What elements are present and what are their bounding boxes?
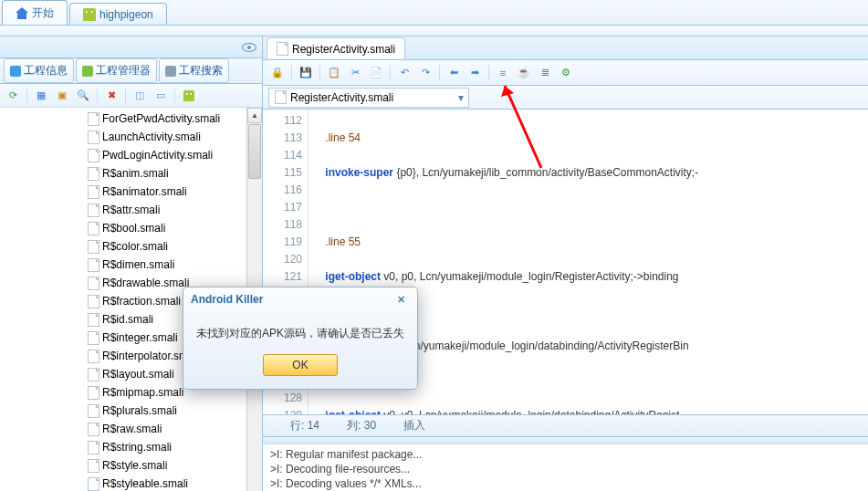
scroll-thumb[interactable]: [248, 124, 261, 179]
separator: [439, 65, 440, 81]
tree-item[interactable]: R$raw.smali: [0, 420, 262, 438]
tab-project-manager-label: 工程管理器: [96, 63, 151, 78]
forward-button[interactable]: ➡: [465, 64, 484, 82]
file-icon: [88, 240, 99, 254]
code-text: {p0}, Lcn/yumakeji/lib_common/activity/B…: [393, 166, 698, 179]
output-line: >I: Decoding file-resources...: [270, 462, 861, 476]
status-bar: 行: 14 列: 30 插入: [263, 414, 868, 436]
output-header: [263, 437, 868, 444]
tree-item-label: R$fraction.smali: [102, 295, 181, 308]
format-button[interactable]: ≡: [494, 64, 512, 82]
separator: [125, 88, 126, 104]
java-button[interactable]: ☕: [515, 64, 533, 82]
file-icon: [88, 222, 99, 235]
dialog-titlebar[interactable]: Android Killer ✕: [183, 287, 417, 311]
file-icon: [88, 295, 99, 308]
info-icon: [10, 66, 21, 77]
tree-item[interactable]: R$style.smali: [0, 456, 262, 475]
dialog-title: Android Killer: [191, 293, 263, 306]
file-icon: [277, 42, 288, 56]
save-button[interactable]: 💾: [297, 64, 315, 82]
tree-item[interactable]: R$animator.smali: [0, 183, 262, 201]
separator: [174, 88, 175, 104]
tool-save[interactable]: ▦: [32, 87, 50, 105]
tree-item-label: R$id.smali: [102, 313, 153, 326]
tree-item-label: R$mipmap.smali: [102, 386, 183, 399]
tab-project-info-label: 工程信息: [24, 63, 68, 78]
tree-item-label: R$string.smali: [102, 441, 172, 454]
tool-copy[interactable]: ▣: [53, 87, 71, 105]
file-tabs: RegisterActivity.smali: [263, 37, 868, 60]
close-button[interactable]: ✕: [392, 292, 410, 307]
output-panel: >I: Regular manifest package... >I: Deco…: [263, 436, 868, 491]
line-number: 114: [263, 147, 302, 164]
tab-project-search[interactable]: 工程搜索: [159, 58, 229, 83]
tree-item[interactable]: ForGetPwdActivity.smali: [0, 110, 262, 128]
tool-view2[interactable]: ▭: [152, 87, 170, 105]
left-panel: 工程信息 工程管理器 工程搜索 ⟳ ▦ ▣ 🔍 ✖ ◫ ▭ ForGetPwdA…: [0, 37, 263, 491]
paste-button[interactable]: 📄: [367, 64, 385, 82]
back-button[interactable]: ⬅: [444, 64, 463, 82]
file-icon: [88, 459, 99, 473]
ribbon-body: [0, 26, 868, 37]
separator: [390, 65, 391, 81]
tree-item[interactable]: R$string.smali: [0, 438, 262, 456]
editor-toolbar: 🔒 💾 📋 ✂ 📄 ↶ ↷ ⬅ ➡ ≡ ☕ ≣ ⚙: [263, 60, 868, 86]
tool-android[interactable]: [180, 87, 198, 105]
tree-item[interactable]: PwdLoginActivity.smali: [0, 146, 262, 164]
ok-button[interactable]: OK: [263, 354, 338, 376]
file-icon: [88, 112, 99, 126]
tree-item-label: R$color.smali: [102, 240, 168, 253]
tool-find[interactable]: 🔍: [74, 87, 92, 105]
copy-button[interactable]: 📋: [325, 64, 343, 82]
left-toolbar: ⟳ ▦ ▣ 🔍 ✖ ◫ ▭: [0, 84, 262, 108]
line-number: 129: [263, 407, 302, 414]
tab-project[interactable]: highpigeon: [69, 3, 167, 25]
tree-item-label: R$attr.smali: [102, 204, 160, 216]
ribbon-tabs: 开始 highpigeon: [0, 0, 868, 26]
tree-item[interactable]: R$color.smali: [0, 237, 262, 256]
lock-button[interactable]: 🔒: [268, 64, 287, 82]
separator: [488, 65, 489, 81]
tree-item[interactable]: R$anim.smali: [0, 164, 262, 183]
scroll-up-button[interactable]: ▲: [247, 108, 262, 123]
tree-item[interactable]: LaunchActivity.smali: [0, 128, 262, 146]
line-number: 121: [263, 268, 302, 286]
file-select[interactable]: RegisterActivity.smali: [268, 88, 469, 108]
tree-item-label: R$styleable.smali: [102, 477, 188, 490]
tree-item[interactable]: R$styleable.smali: [0, 475, 262, 491]
tool-view1[interactable]: ◫: [131, 87, 149, 105]
line-number: 116: [263, 182, 302, 199]
cut-button[interactable]: ✂: [346, 64, 364, 82]
tab-start[interactable]: 开始: [2, 0, 68, 25]
redo-button[interactable]: ↷: [416, 64, 434, 82]
tab-project-search-label: 工程搜索: [179, 63, 223, 78]
tree-item-label: R$raw.smali: [102, 423, 162, 435]
tree-item-label: R$animator.smali: [102, 185, 187, 198]
tree-item-label: LaunchActivity.smali: [102, 131, 201, 143]
file-icon: [275, 90, 287, 104]
error-dialog: Android Killer ✕ 未找到对应的APK源码，请确认是否已丢失 OK: [183, 287, 418, 390]
align-button[interactable]: ≣: [536, 64, 554, 82]
tab-project-manager[interactable]: 工程管理器: [76, 58, 157, 83]
tree-item[interactable]: R$bool.smali: [0, 219, 262, 237]
tree-item[interactable]: R$plurals.smali: [0, 402, 262, 420]
tree-item[interactable]: R$dimen.smali: [0, 256, 262, 274]
tool-delete[interactable]: ✖: [102, 87, 120, 105]
left-tabs: 工程信息 工程管理器 工程搜索: [0, 58, 262, 84]
separator: [97, 88, 98, 104]
tab-project-info[interactable]: 工程信息: [4, 58, 74, 83]
file-tab-label: RegisterActivity.smali: [292, 43, 395, 56]
tree-item-label: R$dimen.smali: [102, 258, 174, 271]
undo-button[interactable]: ↶: [395, 64, 413, 82]
refresh-button[interactable]: ⟳: [4, 87, 22, 105]
run-button[interactable]: ⚙: [557, 64, 575, 82]
tree-item-label: R$integer.smali: [102, 331, 178, 344]
separator: [291, 65, 292, 81]
tree-item[interactable]: R$attr.smali: [0, 201, 262, 219]
eye-icon[interactable]: [242, 43, 256, 52]
file-icon: [88, 131, 99, 144]
file-select-label: RegisterActivity.smali: [290, 91, 393, 104]
separator: [26, 88, 27, 104]
file-tab[interactable]: RegisterActivity.smali: [267, 37, 405, 59]
